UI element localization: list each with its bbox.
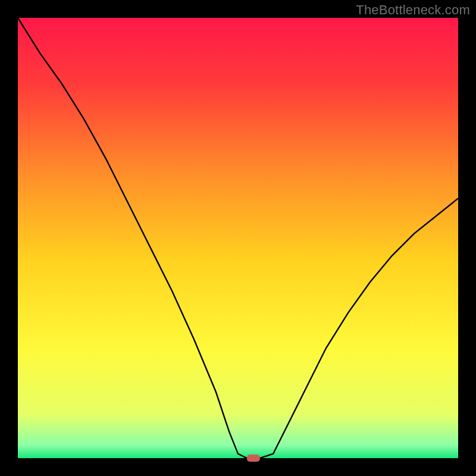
chart-frame: TheBottleneck.com [0, 0, 476, 476]
bottleneck-chart [0, 0, 476, 476]
optimal-marker [247, 455, 260, 462]
plot-background [18, 18, 458, 458]
watermark-text: TheBottleneck.com [356, 2, 470, 18]
